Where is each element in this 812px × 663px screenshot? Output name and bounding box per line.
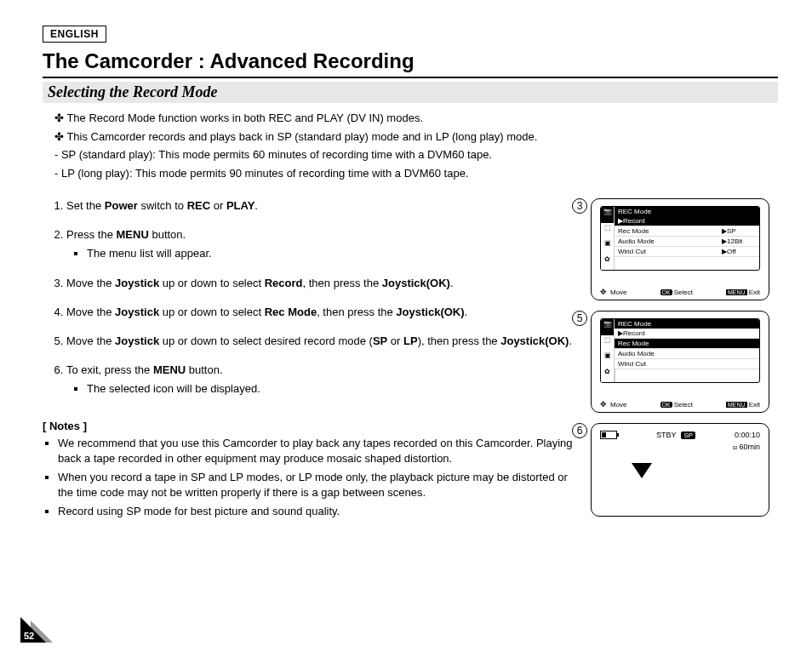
lcd-screen-3: 📷 ⬚ ▣ ✿ REC Mode ▶Record Rec Mode▶SP Aud… xyxy=(591,198,769,300)
menu-header: REC Mode xyxy=(615,207,759,216)
option-column: ✓SP LP xyxy=(615,369,649,383)
screens-column: 3 📷 ⬚ ▣ ✿ REC Mode ▶Record Rec Mode▶SP xyxy=(591,198,778,527)
settings-icon: ✿ xyxy=(601,367,614,383)
intro-block: ✤ The Record Mode function works in both… xyxy=(54,110,778,181)
screen-footer: Move OK Select MENU Exit xyxy=(600,397,760,409)
notes-list: We recommend that you use this Camcorder… xyxy=(43,436,582,520)
menu-icon-column: 📷 ⬚ ▣ ✿ xyxy=(601,207,615,270)
step-3: Move the Joystick up or down to select R… xyxy=(66,276,582,291)
menu-row-record: ▶Record xyxy=(615,329,759,339)
screen-footer: Move OK Select MENU Exit xyxy=(600,285,760,296)
sp-badge: SP xyxy=(681,432,695,439)
menu-row-audio: Audio Mode▶12Bit xyxy=(615,237,759,247)
menu-row-record: ▶Record xyxy=(615,216,759,226)
menu-row-recmode: Rec Mode▶SP xyxy=(615,226,759,237)
lcd-screen-5: 📷 ⬚ ▣ ✿ REC Mode ▶Record Rec Mode Audio … xyxy=(591,311,769,413)
step-4: Move the Joystick up or down to select R… xyxy=(66,305,582,320)
menu-key-icon: MENU xyxy=(726,289,747,295)
panel-number-6: 6 xyxy=(572,423,587,438)
steps-column: Set the Power switch to REC or PLAY. Pre… xyxy=(43,198,582,527)
menu-row-wind: Wind Cut xyxy=(615,359,759,369)
joystick-icon xyxy=(600,402,609,409)
stby-label: STBY xyxy=(656,431,677,439)
joystick-icon xyxy=(600,289,609,296)
section-subtitle: Selecting the Record Mode xyxy=(43,82,778,103)
manual-page: ENGLISH The Camcorder : Advanced Recordi… xyxy=(0,0,812,663)
step-1: Set the Power switch to REC or PLAY. xyxy=(66,198,582,214)
menu-row-recmode-selected: Rec Mode xyxy=(615,339,759,349)
language-tag: ENGLISH xyxy=(43,26,106,43)
note-3: Record using SP mode for best picture an… xyxy=(58,504,582,519)
timecode: 0:00:10 xyxy=(735,431,760,439)
tape-icon: ⬚ xyxy=(601,223,614,239)
battery-icon xyxy=(600,431,617,439)
page-number: 52 xyxy=(24,631,34,641)
step-5: Move the Joystick up or down to select d… xyxy=(66,334,582,349)
menu-key-icon: MENU xyxy=(726,402,747,408)
camera-icon: 📷 xyxy=(601,319,614,335)
camera-icon: 📷 xyxy=(601,207,614,223)
settings-icon: ✿ xyxy=(601,254,614,271)
panel-number-5: 5 xyxy=(572,311,587,326)
ok-key-icon: OK xyxy=(660,289,672,295)
step-2: Press the MENU button. The menu list wil… xyxy=(66,227,582,261)
intro-bullet-2: This Camcorder records and plays back in… xyxy=(66,130,537,143)
step-2-sub: The menu list will appear. xyxy=(87,246,582,261)
intro-bullet-1: The Record Mode function works in both R… xyxy=(66,111,423,124)
page-title: The Camcorder : Advanced Recording xyxy=(43,49,778,78)
display-icon: ▣ xyxy=(601,238,614,254)
note-2: When you record a tape in SP and LP mode… xyxy=(58,470,582,500)
display-icon: ▣ xyxy=(601,351,614,367)
intro-dash-2: - LP (long play): This mode permits 90 m… xyxy=(54,165,778,182)
menu-row-wind: Wind Cut▶Off xyxy=(615,247,759,257)
step-6-sub: The selected icon will be displayed. xyxy=(87,381,582,397)
step-6: To exit, press the MENU button. The sele… xyxy=(66,363,582,397)
play-down-icon xyxy=(632,463,652,478)
page-number-badge: 52 xyxy=(20,612,58,643)
menu-header: REC Mode xyxy=(615,319,759,329)
note-1: We recommend that you use this Camcorder… xyxy=(58,436,582,466)
lcd-screen-6: STBY SP 0:00:10 ⧈ 60min xyxy=(591,423,769,517)
ok-key-icon: OK xyxy=(660,402,672,408)
tape-icon: ⬚ xyxy=(601,335,614,352)
remaining-time: 60min xyxy=(739,443,760,451)
intro-dash-1: - SP (standard play): This mode permits … xyxy=(54,146,778,163)
notes-heading: [ Notes ] xyxy=(43,420,582,432)
menu-icon-column: 📷 ⬚ ▣ ✿ xyxy=(601,319,615,382)
menu-row-audio: Audio Mode xyxy=(615,349,759,359)
panel-number-3: 3 xyxy=(572,198,587,214)
